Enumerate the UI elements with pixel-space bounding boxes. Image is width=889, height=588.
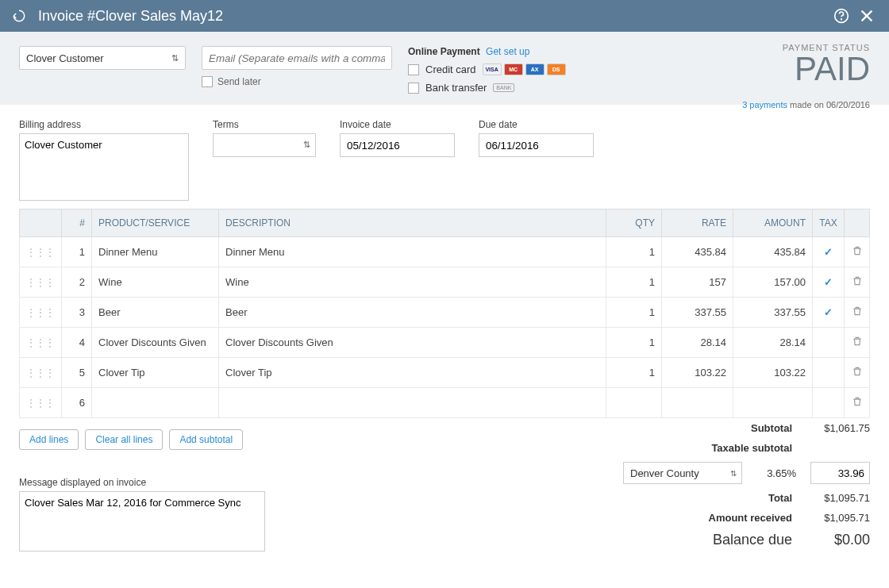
invoice-date-input[interactable] — [340, 133, 455, 157]
message-input[interactable] — [19, 491, 265, 551]
row-desc[interactable] — [219, 388, 606, 418]
terms-select[interactable]: ⇅ — [213, 133, 316, 157]
row-rate[interactable]: 337.55 — [662, 298, 733, 328]
balance-due-value: $0.00 — [806, 532, 870, 548]
row-amount[interactable]: 103.22 — [733, 358, 813, 388]
row-product[interactable]: Clover Discounts Given — [92, 328, 219, 358]
customer-select[interactable]: Clover Customer ⇅ — [19, 46, 186, 70]
drag-handle-icon[interactable]: ⋮⋮⋮ — [26, 367, 55, 379]
customer-value: Clover Customer — [26, 52, 104, 64]
mastercard-icon: MC — [504, 63, 523, 75]
drag-handle-icon[interactable]: ⋮⋮⋮ — [26, 247, 55, 258]
row-qty[interactable]: 1 — [606, 328, 662, 358]
row-desc[interactable]: Beer — [219, 298, 606, 328]
row-qty[interactable]: 1 — [606, 267, 662, 298]
table-row[interactable]: ⋮⋮⋮4Clover Discounts GivenClover Discoun… — [20, 328, 870, 358]
tax-region-select[interactable]: Denver County ⇅ — [623, 462, 742, 484]
row-product[interactable]: Wine — [92, 267, 219, 298]
row-product[interactable]: Beer — [92, 298, 219, 328]
checkbox-icon — [202, 76, 213, 87]
row-num: 3 — [62, 298, 92, 328]
row-tax[interactable]: ✓ — [813, 298, 845, 328]
chevron-updown-icon: ⇅ — [171, 53, 179, 63]
invoice-date-label: Invoice date — [340, 119, 455, 130]
drag-handle-icon[interactable]: ⋮⋮⋮ — [26, 277, 55, 288]
row-qty[interactable]: 1 — [606, 298, 662, 328]
svg-point-1 — [841, 19, 842, 20]
row-rate[interactable]: 28.14 — [662, 328, 733, 358]
help-icon[interactable] — [829, 3, 854, 29]
col-num: # — [62, 209, 92, 237]
credit-card-option[interactable]: Credit card VISA MC AX DS — [408, 63, 566, 75]
row-rate[interactable]: 435.84 — [662, 237, 733, 267]
table-row[interactable]: ⋮⋮⋮2WineWine1157157.00✓ — [20, 267, 870, 298]
send-later-checkbox[interactable]: Send later — [202, 76, 392, 87]
row-amount[interactable]: 28.14 — [733, 328, 813, 358]
add-lines-button[interactable]: Add lines — [19, 429, 79, 450]
close-icon[interactable] — [854, 3, 879, 29]
table-row[interactable]: ⋮⋮⋮1Dinner MenuDinner Menu1435.84435.84✓ — [20, 237, 870, 267]
visa-icon: VISA — [483, 63, 502, 75]
row-amount[interactable]: 435.84 — [733, 237, 813, 267]
row-tax[interactable] — [813, 328, 845, 358]
line-items-table: # PRODUCT/SERVICE DESCRIPTION QTY RATE A… — [0, 209, 889, 418]
row-num: 2 — [62, 267, 92, 298]
row-num: 4 — [62, 328, 92, 358]
add-subtotal-button[interactable]: Add subtotal — [169, 429, 243, 450]
back-icon[interactable] — [10, 6, 29, 25]
row-product[interactable] — [92, 388, 219, 418]
row-product[interactable]: Dinner Menu — [92, 237, 219, 267]
row-tax[interactable] — [813, 358, 845, 388]
tax-amount-input[interactable] — [810, 462, 870, 484]
terms-label: Terms — [213, 119, 316, 130]
trash-icon[interactable] — [852, 398, 863, 409]
totals-section: Subtotal $1,061.75 Taxable subtotal Denv… — [289, 418, 870, 552]
message-label: Message displayed on invoice — [19, 477, 289, 488]
clear-lines-button[interactable]: Clear all lines — [85, 429, 163, 450]
row-qty[interactable]: 1 — [606, 237, 662, 267]
table-row[interactable]: ⋮⋮⋮6 — [20, 388, 870, 418]
row-rate[interactable] — [662, 388, 733, 418]
row-amount[interactable]: 157.00 — [733, 267, 813, 298]
drag-handle-icon[interactable]: ⋮⋮⋮ — [26, 398, 55, 409]
row-tax[interactable] — [813, 388, 845, 418]
window-header: Invoice #Clover Sales May12 — [0, 0, 889, 32]
table-row[interactable]: ⋮⋮⋮5Clover TipClover Tip1103.22103.22 — [20, 358, 870, 388]
taxable-subtotal-label: Taxable subtotal — [681, 442, 792, 454]
trash-icon[interactable] — [852, 247, 863, 259]
table-row[interactable]: ⋮⋮⋮3BeerBeer1337.55337.55✓ — [20, 298, 870, 328]
row-product[interactable]: Clover Tip — [92, 358, 219, 388]
trash-icon[interactable] — [852, 337, 863, 349]
col-rate: RATE — [662, 209, 733, 237]
amex-icon: AX — [525, 63, 545, 75]
get-setup-link[interactable]: Get set up — [486, 46, 529, 57]
bank-transfer-option[interactable]: Bank transfer BANK — [408, 82, 566, 94]
row-desc[interactable]: Clover Discounts Given — [219, 328, 606, 358]
drag-handle-icon[interactable]: ⋮⋮⋮ — [26, 307, 55, 318]
row-desc[interactable]: Dinner Menu — [219, 237, 606, 267]
row-desc[interactable]: Clover Tip — [219, 358, 606, 388]
row-amount[interactable]: 337.55 — [733, 298, 813, 328]
online-payment-label: Online Payment — [408, 46, 480, 57]
amount-received-label: Amount received — [681, 512, 792, 524]
row-rate[interactable]: 103.22 — [662, 358, 733, 388]
row-tax[interactable]: ✓ — [813, 267, 845, 298]
row-amount[interactable] — [733, 388, 813, 418]
row-rate[interactable]: 157 — [662, 267, 733, 298]
row-tax[interactable]: ✓ — [813, 237, 845, 267]
row-qty[interactable] — [606, 388, 662, 418]
billing-address-label: Billing address — [19, 119, 189, 130]
row-desc[interactable]: Wine — [219, 267, 606, 298]
trash-icon[interactable] — [852, 307, 863, 319]
trash-icon[interactable] — [852, 367, 863, 379]
due-date-input[interactable] — [479, 133, 594, 157]
billing-address-input[interactable] — [19, 133, 189, 201]
balance-due-label: Balance due — [681, 532, 792, 548]
payments-link[interactable]: 3 payments — [742, 100, 787, 110]
drag-handle-icon[interactable]: ⋮⋮⋮ — [26, 337, 55, 348]
trash-icon[interactable] — [852, 277, 863, 289]
row-qty[interactable]: 1 — [606, 358, 662, 388]
email-input[interactable] — [202, 46, 392, 70]
due-date-label: Due date — [479, 119, 594, 130]
col-amount: AMOUNT — [733, 209, 813, 237]
